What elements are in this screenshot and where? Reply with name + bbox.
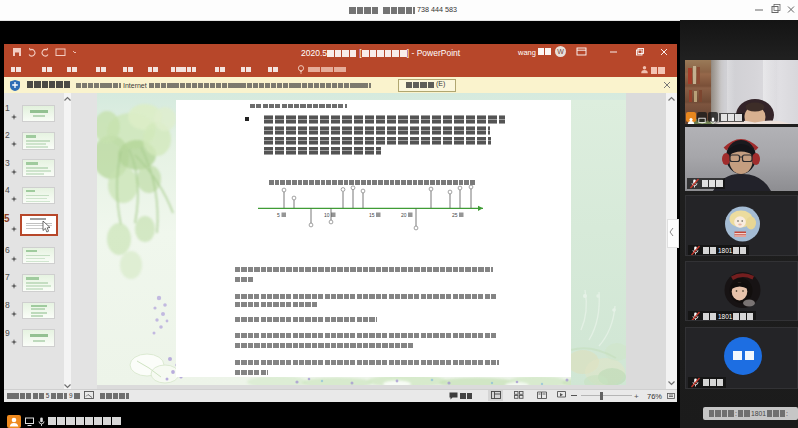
svg-text:5: 5 [277, 212, 280, 218]
svg-text:10: 10 [324, 212, 330, 218]
svg-text:25: 25 [452, 212, 458, 218]
svg-text:20: 20 [401, 212, 407, 218]
svg-text:15: 15 [369, 212, 375, 218]
